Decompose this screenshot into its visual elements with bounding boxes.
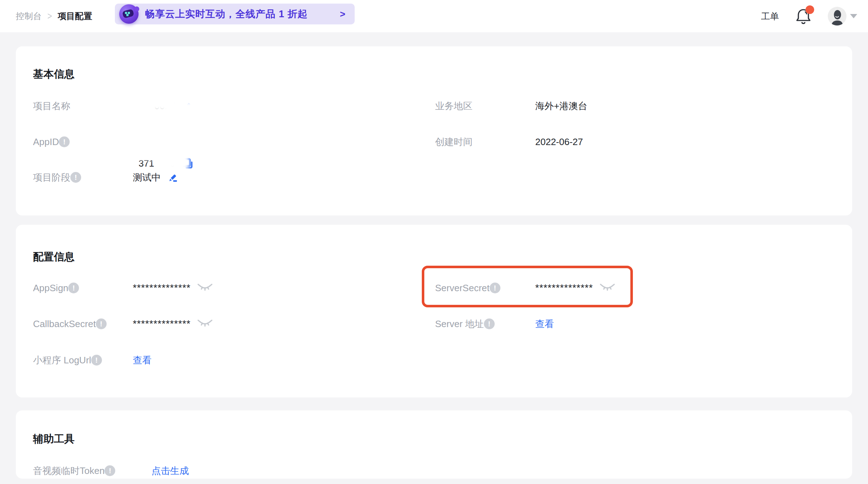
notification-badge	[806, 5, 814, 14]
edit-project-stage-button[interactable]	[167, 171, 179, 183]
server-addr-view-link[interactable]: 查看	[535, 318, 554, 330]
business-region-row: 业务地区	[435, 95, 472, 117]
created-time-label: 创建时间	[435, 136, 472, 148]
breadcrumb-separator-icon: >	[47, 10, 52, 22]
serversecret-reveal-eye-icon[interactable]	[599, 281, 615, 294]
tools-card: 辅助工具 音视频临时Token ! 点击生成	[16, 410, 852, 479]
token-label: 音视频临时Token	[33, 465, 104, 477]
project-name-label: 项目名称	[33, 100, 70, 112]
ticket-link[interactable]: 工单	[761, 10, 779, 22]
server-addr-info-icon[interactable]: !	[484, 318, 495, 329]
tools-title: 辅助工具	[33, 432, 75, 446]
promo-banner[interactable]: 畅享云上实时互动，全线产品 1 折起 >	[115, 4, 355, 24]
appsign-info-icon[interactable]: !	[68, 283, 79, 293]
serversecret-row: ServerSecret !	[435, 277, 500, 299]
redaction-blur	[164, 102, 200, 115]
user-icon	[828, 7, 846, 25]
redaction-blur	[161, 153, 190, 171]
appsign-reveal-eye-icon[interactable]	[197, 281, 213, 294]
avatar[interactable]	[828, 7, 846, 25]
token-info-icon[interactable]: !	[104, 465, 115, 476]
token-row: 音视频临时Token !	[33, 460, 115, 481]
config-info-title: 配置信息	[33, 250, 75, 264]
server-addr-label: Server 地址	[435, 318, 484, 330]
notification-bell-button[interactable]	[795, 8, 811, 25]
appsign-row: AppSign !	[33, 277, 79, 299]
miniprogram-logurl-info-icon[interactable]: !	[91, 355, 102, 366]
breadcrumb-console[interactable]: 控制台	[16, 10, 42, 22]
header-right-cluster: 工单	[761, 0, 857, 32]
serversecret-info-icon[interactable]: !	[490, 283, 500, 293]
created-time-row: 创建时间	[435, 131, 472, 153]
appid-info-icon[interactable]: !	[59, 136, 70, 147]
business-region-value: 海外+港澳台	[535, 100, 587, 112]
promo-banner-text: 畅享云上实时互动，全线产品 1 折起	[145, 8, 308, 20]
top-header: 控制台 > 项目配置 畅享云上实时互动，全线产品 1 折起 > 工单	[0, 0, 868, 32]
appid-row: AppID !	[33, 131, 70, 153]
business-region-label: 业务地区	[435, 100, 472, 112]
callbacksecret-info-icon[interactable]: !	[96, 318, 107, 329]
project-stage-info-icon[interactable]: !	[70, 172, 81, 183]
callbacksecret-reveal-eye-icon[interactable]	[197, 317, 213, 330]
promo-arrow-icon: >	[340, 9, 345, 20]
miniprogram-logurl-label: 小程序 LogUrl	[33, 354, 91, 367]
callbacksecret-label: CallbackSecret	[33, 318, 96, 330]
project-stage-value: 测试中	[133, 171, 161, 184]
chevron-down-icon[interactable]	[850, 14, 857, 18]
callbacksecret-masked-value: **************	[133, 318, 191, 330]
miniprogram-logurl-row: 小程序 LogUrl !	[33, 349, 102, 371]
server-addr-row: Server 地址 !	[435, 313, 495, 335]
appsign-masked-value: **************	[133, 283, 191, 294]
serversecret-label: ServerSecret	[435, 283, 490, 294]
mascot-icon	[119, 4, 139, 24]
project-name-row: 项目名称	[33, 95, 70, 117]
serversecret-masked-value: **************	[535, 283, 593, 294]
token-generate-link[interactable]: 点击生成	[151, 465, 189, 477]
callbacksecret-row: CallbackSecret !	[33, 313, 107, 335]
basic-info-card: 基本信息 项目名称 0 627 业务地区 海外+港澳台 AppID ! 371 …	[16, 46, 852, 215]
breadcrumb-project-config: 项目配置	[58, 10, 92, 22]
pencil-icon	[167, 171, 179, 183]
project-name-value: 0 627	[133, 95, 868, 117]
breadcrumb: 控制台 > 项目配置	[16, 0, 92, 32]
appid-value: 371 3	[133, 153, 868, 174]
appid-label: AppID	[33, 136, 59, 148]
miniprogram-logurl-view-link[interactable]: 查看	[133, 354, 151, 367]
created-time-value: 2022-06-27	[535, 136, 583, 148]
project-stage-row: 项目阶段 !	[33, 167, 81, 188]
account-menu[interactable]	[828, 7, 857, 25]
basic-info-title: 基本信息	[33, 67, 75, 82]
project-stage-label: 项目阶段	[33, 171, 70, 184]
appsign-label: AppSign	[33, 283, 68, 294]
config-info-card: 配置信息 AppSign ! ************** ServerSecr…	[16, 225, 852, 397]
